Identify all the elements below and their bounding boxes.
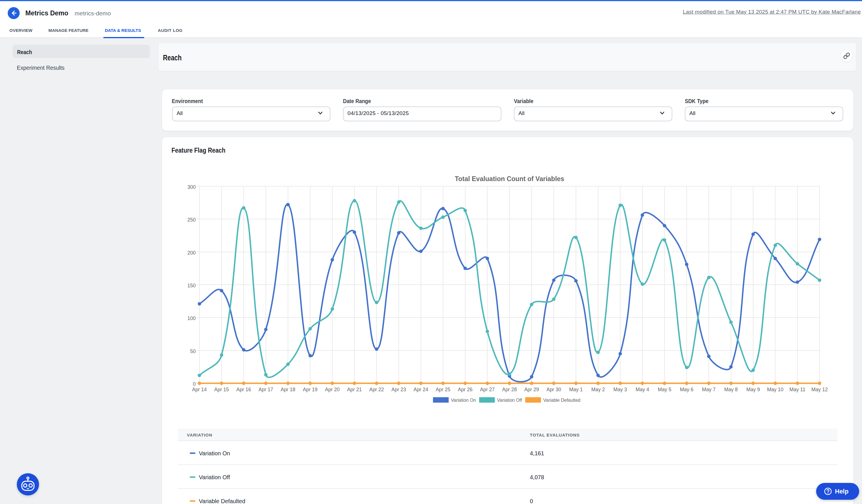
svg-text:May 1: May 1 [569,387,583,393]
svg-text:May 10: May 10 [767,387,784,393]
svg-text:Apr 15: Apr 15 [214,387,229,393]
svg-text:Apr 17: Apr 17 [258,387,273,393]
svg-text:Total Evaluation Count of Vari: Total Evaluation Count of Variables [455,175,564,183]
svg-text:Apr 24: Apr 24 [414,387,429,393]
svg-text:Apr 14: Apr 14 [192,387,207,393]
svg-text:May 4: May 4 [636,387,649,393]
svg-text:200: 200 [187,250,196,256]
svg-text:Apr 20: Apr 20 [325,387,340,393]
svg-text:May 2: May 2 [591,387,605,393]
svg-text:Apr 23: Apr 23 [391,387,406,393]
svg-text:Variable Defaulted: Variable Defaulted [543,398,580,403]
svg-text:Variation Off: Variation Off [497,398,522,403]
svg-text:250: 250 [187,217,196,223]
svg-text:May 3: May 3 [613,387,627,393]
svg-text:300: 300 [187,184,196,190]
svg-text:Apr 25: Apr 25 [435,387,450,393]
svg-text:0: 0 [193,381,196,387]
svg-text:May 12: May 12 [811,387,827,393]
svg-text:Apr 27: Apr 27 [480,387,495,393]
svg-text:May 7: May 7 [702,387,716,393]
svg-text:Apr 19: Apr 19 [303,387,318,393]
svg-text:Apr 18: Apr 18 [280,387,296,393]
svg-text:Variation On: Variation On [451,398,476,403]
svg-text:Apr 29: Apr 29 [524,387,539,393]
svg-text:Apr 28: Apr 28 [502,387,517,393]
svg-text:Apr 22: Apr 22 [369,387,384,393]
svg-text:150: 150 [187,283,196,289]
svg-text:May 9: May 9 [746,387,760,393]
svg-text:May 11: May 11 [789,387,805,393]
svg-text:100: 100 [187,316,196,321]
svg-text:Apr 16: Apr 16 [236,387,251,393]
svg-text:May 8: May 8 [724,387,738,393]
svg-text:Apr 26: Apr 26 [458,387,473,393]
svg-text:50: 50 [190,348,196,354]
svg-text:May 6: May 6 [680,387,694,393]
svg-text:Apr 21: Apr 21 [347,387,362,393]
svg-text:Apr 30: Apr 30 [546,387,561,393]
svg-text:May 5: May 5 [658,387,671,393]
